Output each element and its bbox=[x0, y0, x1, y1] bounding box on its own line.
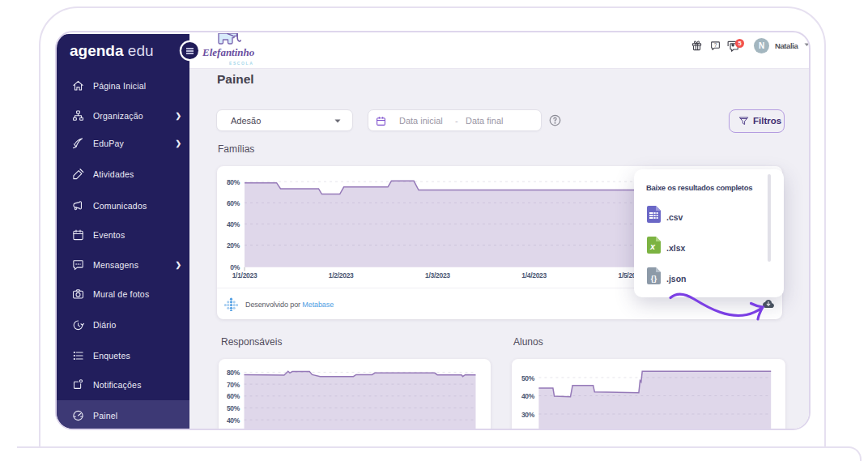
svg-text:?: ? bbox=[714, 42, 717, 48]
svg-text:{}: {} bbox=[651, 274, 657, 283]
svg-text:x: x bbox=[649, 241, 656, 251]
